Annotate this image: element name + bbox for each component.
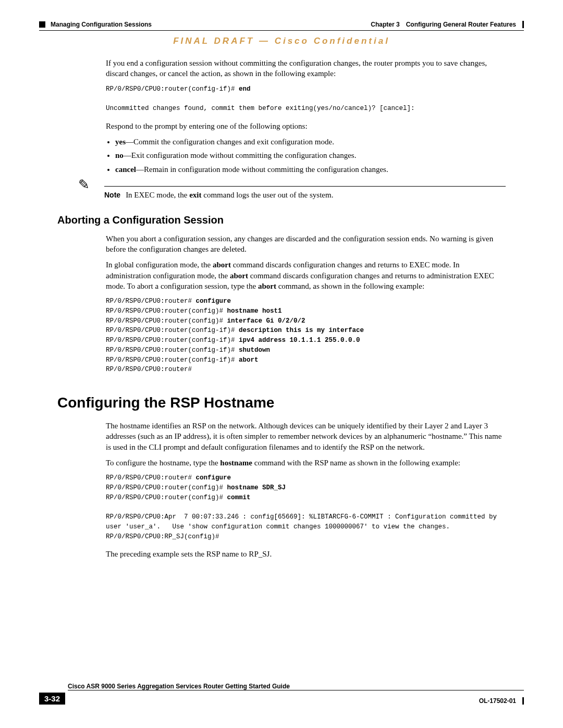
- header-marker-icon: [39, 21, 45, 28]
- note-label: Note: [104, 191, 120, 200]
- page-header: Managing Configuration Sessions Chapter …: [39, 21, 524, 28]
- heading-rsp-hostname: Configuring the RSP Hostname: [57, 394, 524, 411]
- footer-title: Cisco ASR 9000 Series Aggregation Servic…: [68, 683, 524, 690]
- page-number-badge: 3-32: [39, 693, 65, 705]
- list-item: cancel—Remain in configuration mode with…: [115, 164, 506, 175]
- code-block: RP/0/RSP0/CPU0:router(config-if)# end Un…: [106, 84, 506, 114]
- note-block: ✎ Note In EXEC mode, the exit command lo…: [78, 186, 506, 200]
- header-bar-icon: [522, 21, 524, 28]
- header-right: Chapter 3 Configuring General Router Fea…: [371, 21, 524, 28]
- options-list: yes—Commit the configuration changes and…: [115, 137, 506, 175]
- watermark-text: FINAL DRAFT — Cisco Confidential: [39, 36, 524, 46]
- paragraph: If you end a configuration session witho…: [106, 58, 506, 79]
- note-divider: [104, 186, 506, 187]
- heading-aborting: Aborting a Configuration Session: [57, 214, 524, 226]
- paragraph: The hostname identifies an RSP on the ne…: [106, 421, 506, 452]
- note-text: In EXEC mode, the exit command logs the …: [126, 191, 333, 200]
- footer-bar-icon: [522, 697, 524, 705]
- page-footer: Cisco ASR 9000 Series Aggregation Servic…: [39, 683, 524, 705]
- chapter-title: Configuring General Router Features: [406, 21, 516, 28]
- paragraph: The preceding example sets the RSP name …: [106, 549, 506, 559]
- chapter-label: Chapter 3: [371, 21, 399, 28]
- paragraph: To configure the hostname, type the host…: [106, 458, 506, 468]
- paragraph: In global configuration mode, the abort …: [106, 260, 506, 291]
- header-left: Managing Configuration Sessions: [39, 21, 152, 28]
- list-item: yes—Commit the configuration changes and…: [115, 137, 506, 147]
- code-block: RP/0/RSP0/CPU0:router# configure RP/0/RS…: [106, 297, 506, 375]
- header-divider: [39, 30, 524, 31]
- paragraph: When you abort a configuration session, …: [106, 233, 506, 255]
- code-block: RP/0/RSP0/CPU0:router# configure RP/0/RS…: [106, 473, 506, 541]
- section-title: Managing Configuration Sessions: [51, 21, 152, 28]
- list-item: no—Exit configuration mode without commi…: [115, 150, 506, 161]
- paragraph: Respond to the prompt by entering one of…: [106, 121, 506, 131]
- document-id: OL-17502-01: [479, 697, 516, 705]
- pencil-icon: ✎: [78, 177, 90, 193]
- footer-divider: [68, 690, 524, 690]
